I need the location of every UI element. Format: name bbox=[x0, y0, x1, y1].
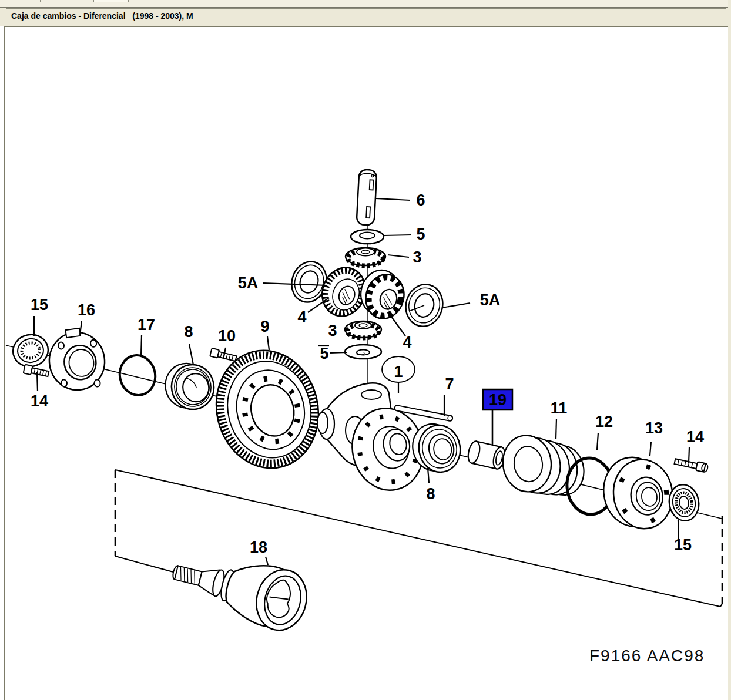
bolt-14-right bbox=[674, 457, 709, 473]
exploded-view-diagram: 6 5 3 5A 4 3 5 4 5A 1 7 19 8 10 9 15 16 … bbox=[0, 0, 731, 700]
callout-3-top[interactable]: 3 bbox=[413, 248, 421, 266]
callout-18[interactable]: 18 bbox=[250, 539, 267, 556]
callout-3-mid[interactable]: 3 bbox=[328, 322, 337, 339]
bearing-8-left bbox=[162, 359, 217, 413]
callout-10[interactable]: 10 bbox=[218, 327, 236, 345]
callout-6[interactable]: 6 bbox=[416, 191, 425, 209]
callout-4-left[interactable]: 4 bbox=[297, 308, 306, 326]
cv-joint-18 bbox=[166, 543, 313, 635]
callout-9[interactable]: 9 bbox=[260, 318, 269, 335]
callout-13[interactable]: 13 bbox=[645, 419, 663, 437]
callout-5a-right[interactable]: 5A bbox=[480, 291, 501, 309]
callout-15-left[interactable]: 15 bbox=[31, 296, 48, 314]
callout-12[interactable]: 12 bbox=[595, 413, 613, 430]
callout-1-balloon[interactable]: 1 bbox=[382, 356, 415, 382]
callout-11[interactable]: 11 bbox=[551, 399, 568, 417]
callout-5a-left[interactable]: 5A bbox=[238, 274, 259, 292]
thrust-washer-5-top bbox=[351, 230, 384, 244]
callout-14-left[interactable]: 14 bbox=[31, 392, 48, 410]
thrust-washer-5a-right bbox=[401, 280, 448, 331]
seal-15-left bbox=[10, 331, 51, 369]
callout-7[interactable]: 7 bbox=[445, 375, 454, 393]
callout-19-highlighted[interactable]: 19 bbox=[483, 389, 512, 410]
callout-16[interactable]: 16 bbox=[78, 301, 95, 319]
drawing-code: F9166 AAC98 bbox=[589, 647, 705, 665]
callout-19-label[interactable]: 19 bbox=[489, 391, 507, 409]
callout-8-bottom[interactable]: 8 bbox=[426, 485, 435, 503]
pinion-gear-3-top bbox=[346, 248, 385, 266]
callout-17[interactable]: 17 bbox=[138, 316, 155, 334]
lock-pin-6 bbox=[357, 169, 377, 225]
bolt-10 bbox=[210, 348, 237, 362]
callout-1-label[interactable]: 1 bbox=[394, 363, 403, 381]
callout-8-left[interactable]: 8 bbox=[184, 323, 193, 341]
pinion-gear-3-bottom bbox=[345, 321, 381, 338]
side-gear-4-right bbox=[356, 266, 410, 323]
bushing-19 bbox=[467, 440, 507, 470]
callout-4-right[interactable]: 4 bbox=[403, 334, 411, 351]
retainer-16 bbox=[45, 325, 109, 393]
o-ring-17 bbox=[116, 352, 159, 399]
flange-13 bbox=[599, 452, 677, 534]
callout-14-right[interactable]: 14 bbox=[686, 428, 704, 446]
thrust-washer-5-bottom bbox=[345, 345, 381, 359]
bolt-14-left bbox=[24, 365, 49, 378]
callout-5-mid[interactable]: 5 bbox=[320, 345, 328, 362]
callout-15-right[interactable]: 15 bbox=[674, 536, 692, 554]
crown-wheel-9 bbox=[204, 339, 331, 479]
callout-5-top[interactable]: 5 bbox=[416, 226, 425, 243]
